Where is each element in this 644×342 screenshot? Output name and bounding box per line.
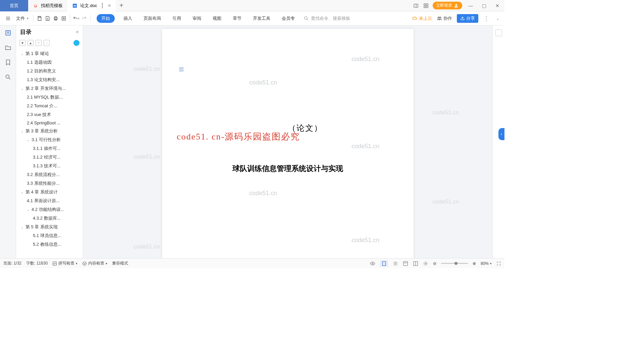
- toc-item[interactable]: 3.1.1 操作可...: [18, 144, 81, 153]
- ribbon-tab-insert[interactable]: 插入: [121, 14, 135, 23]
- zoom-level[interactable]: 80% ▾: [481, 261, 492, 266]
- minimize-button[interactable]: —: [466, 3, 476, 8]
- view-page-icon[interactable]: [380, 260, 388, 267]
- page-indicator[interactable]: 页面: 1/32: [3, 261, 21, 266]
- toc-item[interactable]: 4.3.2 数据库...: [18, 214, 81, 223]
- add-heading-icon[interactable]: +: [36, 40, 42, 46]
- toc-item[interactable]: ⌄第 1 章 绪论: [18, 49, 81, 58]
- add-tab-button[interactable]: +: [116, 2, 127, 9]
- zoom-slider[interactable]: [441, 263, 468, 264]
- toc-item[interactable]: 3.3 系统性能分...: [18, 179, 81, 188]
- compat-mode: 兼容模式: [112, 261, 128, 266]
- toc-item[interactable]: ⌄4.2 功能结构设...: [18, 205, 81, 214]
- toc-item[interactable]: 2.4 SpringBoot ...: [18, 119, 81, 127]
- ribbon-tab-reference[interactable]: 引用: [170, 14, 184, 23]
- toc-item-label: 第 1 章 绪论: [25, 51, 49, 57]
- toc-item-label: 2.4 SpringBoot ...: [27, 120, 60, 125]
- save-as-icon[interactable]: [44, 15, 51, 22]
- collapse-ribbon-icon[interactable]: ⌄: [494, 15, 501, 22]
- collapse-all-icon[interactable]: ▾: [19, 40, 25, 46]
- toc-item[interactable]: 2.1 MYSQL 数据...: [18, 93, 81, 102]
- ribbon-tab-review[interactable]: 审阅: [190, 14, 204, 23]
- redo-icon[interactable]: [81, 15, 88, 22]
- word-count[interactable]: 字数: 11630: [26, 261, 48, 266]
- toc-item-label: 3.3 系统性能分...: [27, 180, 60, 186]
- login-label: 立即登录: [436, 3, 452, 8]
- outline-icon[interactable]: [5, 30, 11, 36]
- svg-line-19: [307, 19, 308, 20]
- toc-item[interactable]: ⌄第 4 章 系统设计: [18, 188, 81, 196]
- maximize-button[interactable]: ▢: [479, 3, 489, 8]
- share-button[interactable]: 分享: [457, 14, 478, 23]
- toc-item-label: 3.2 系统流程分...: [27, 172, 60, 178]
- collab-button[interactable]: 协作: [437, 15, 452, 21]
- svg-point-29: [372, 263, 373, 264]
- hamburger-menu[interactable]: [3, 11, 13, 25]
- toc-item[interactable]: ⌄第 5 章 系统实现: [18, 223, 81, 231]
- toc-item[interactable]: ⌄第 3 章 系统分析: [18, 127, 81, 135]
- toc-item-label: 5.2 教练信息...: [33, 241, 61, 247]
- command-search[interactable]: 查找命令、搜索模板: [304, 15, 350, 21]
- ai-assistant-icon[interactable]: [73, 40, 79, 46]
- reading-mode-icon[interactable]: [370, 261, 375, 266]
- titlebar: 首页 找稻壳模板 W 论文.doc × + 立即登录 — ▢ ✕: [0, 0, 504, 11]
- tab-document[interactable]: W 论文.doc ×: [67, 0, 116, 11]
- remove-heading-icon[interactable]: −: [44, 40, 50, 46]
- toc-item[interactable]: 3.1.2 经济可...: [18, 153, 81, 162]
- toc-item[interactable]: 5.1 球员信息...: [18, 231, 81, 240]
- fullscreen-icon[interactable]: [496, 261, 501, 266]
- cloud-status[interactable]: 未上云: [412, 15, 432, 21]
- toc-close-icon[interactable]: ×: [76, 29, 79, 35]
- toc-item[interactable]: 4.1 界面设计原...: [18, 196, 81, 205]
- toc-item[interactable]: ⌄第 2 章 开发环境与...: [18, 84, 81, 93]
- settings-icon[interactable]: [423, 261, 428, 266]
- toc-item[interactable]: 1.2 目的和意义: [18, 67, 81, 75]
- right-drawer-handle[interactable]: ‹: [498, 128, 504, 140]
- undo-icon[interactable]: ▾: [73, 15, 79, 22]
- search-panel-icon[interactable]: [5, 74, 11, 80]
- print-preview-icon[interactable]: [60, 15, 67, 22]
- toc-item[interactable]: 5.2 教练信息...: [18, 240, 81, 249]
- tab-home[interactable]: 首页: [0, 0, 28, 11]
- ribbon-tab-member[interactable]: 会员专: [279, 14, 298, 23]
- close-icon[interactable]: ×: [108, 3, 111, 9]
- document-viewport[interactable]: code51.cn code51.cn code51.cn code51.cn …: [83, 25, 492, 258]
- toc-item[interactable]: 2.2 Tomcat 介...: [18, 102, 81, 110]
- ribbon-tab-start[interactable]: 开始: [97, 14, 115, 23]
- save-icon[interactable]: [36, 15, 43, 22]
- apps-icon[interactable]: [423, 2, 429, 9]
- print-icon[interactable]: [52, 15, 59, 22]
- ribbon-tab-layout[interactable]: 页面布局: [141, 14, 164, 23]
- watermark: code51.cn: [133, 154, 160, 160]
- layout-icon[interactable]: [413, 2, 419, 9]
- present-icon[interactable]: [102, 3, 103, 8]
- bookmark-icon[interactable]: [5, 59, 11, 66]
- view-web-icon[interactable]: [403, 261, 408, 266]
- file-menu[interactable]: 文件▾: [14, 11, 31, 25]
- toc-item[interactable]: 2.3 vue 技术: [18, 110, 81, 119]
- spellcheck-toggle[interactable]: 拼写检查▾: [52, 261, 77, 266]
- toc-item[interactable]: 3.2 系统流程分...: [18, 170, 81, 179]
- toolbar: 文件▾ ▾ 开始 插入 页面布局 引用 审阅 视图 章节 开发工具 会员专 查找…: [0, 11, 504, 25]
- ribbon-tab-view[interactable]: 视图: [210, 14, 224, 23]
- view-split-icon[interactable]: [413, 261, 418, 266]
- ribbon-tab-devtools[interactable]: 开发工具: [250, 14, 273, 23]
- toc-title: 目录: [20, 28, 32, 36]
- right-tool-icon[interactable]: [495, 30, 502, 36]
- window-close-button[interactable]: ✕: [492, 3, 502, 8]
- toc-item[interactable]: 3.1.3 技术可...: [18, 162, 81, 170]
- toc-item-label: 1.1 选题动因: [27, 59, 52, 65]
- toc-item[interactable]: ⌄3.1 可行性分析: [18, 135, 81, 144]
- toc-item[interactable]: 1.1 选题动因: [18, 58, 81, 67]
- folder-icon[interactable]: [5, 44, 11, 51]
- tab-templates[interactable]: 找稻壳模板: [28, 0, 67, 11]
- ribbon-tab-section[interactable]: 章节: [230, 14, 244, 23]
- zoom-out-button[interactable]: ⊖: [433, 261, 436, 266]
- expand-all-icon[interactable]: ▴: [28, 40, 34, 46]
- toc-item[interactable]: 1.3 论文结构安...: [18, 75, 81, 84]
- content-check-toggle[interactable]: 内容检查▾: [82, 261, 107, 266]
- view-outline-icon[interactable]: [393, 261, 398, 266]
- login-button[interactable]: 立即登录: [433, 2, 462, 9]
- more-icon[interactable]: ⋮: [483, 15, 490, 22]
- zoom-in-button[interactable]: ⊕: [473, 261, 476, 266]
